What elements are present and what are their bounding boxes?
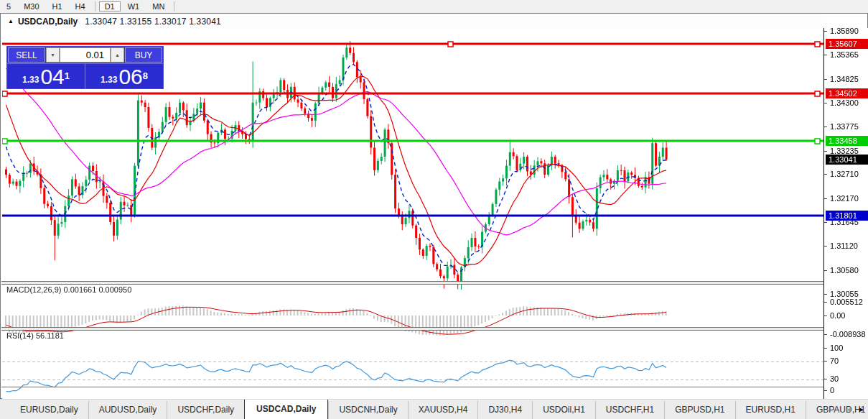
chart-title-bar: ▲ USDCAD,Daily 1.33047 1.33155 1.33017 1… — [1, 14, 822, 28]
chart-title-ohlc: 1.33047 1.33155 1.33017 1.33041 — [85, 17, 221, 27]
symbol-tab-usdchf-h1[interactable]: USDCHF,H1 — [595, 401, 664, 419]
symbol-tab-xauusd-h4[interactable]: XAUUSD,H4 — [408, 401, 478, 419]
scale-tick-mark — [824, 361, 827, 362]
price-tick-1.34300: 1.34300 — [830, 98, 859, 107]
symbol-tab-usdchf-daily[interactable]: USDCHF,Daily — [167, 401, 244, 419]
symbol-tab-usdcad-daily[interactable]: USDCAD,Daily — [244, 399, 328, 419]
scale-tick-mark — [824, 198, 827, 199]
volume-decrease-icon[interactable]: ▼ — [46, 47, 60, 63]
scale-tick-mark — [824, 55, 827, 55]
macd-tick-0.00: 0.00 — [830, 311, 845, 320]
symbol-tab-gbpusd-h1[interactable]: GBPUSD,H1 — [664, 401, 734, 419]
macd-tick-0.005512: 0.005512 — [830, 298, 863, 306]
price-tick-1.34825: 1.34825 — [830, 75, 859, 83]
chart-title-symbol: USDCAD,Daily — [18, 17, 78, 27]
price-tick-1.33775: 1.33775 — [830, 122, 859, 131]
scale-tick-mark — [824, 348, 827, 349]
sell-price-big: 04 — [40, 66, 64, 88]
symbol-tab-dj30-h4[interactable]: DJ30,H4 — [477, 401, 532, 419]
symbol-tab-bar: EURUSD,DailyAUDUSD,DailyUSDCHF,DailyUSDC… — [0, 399, 868, 419]
scale-tick-mark — [824, 151, 827, 152]
tab-scroll-left-icon[interactable]: ◄ — [845, 405, 852, 413]
scale-tick-mark — [824, 31, 827, 32]
symbol-tab-usdcnh-daily[interactable]: USDCNH,Daily — [328, 401, 407, 419]
buy-price-sup: 8 — [143, 64, 148, 88]
scale-tick-mark — [824, 294, 827, 295]
scale-tick-mark — [824, 103, 827, 103]
macd-label: MACD(12,26,9) 0.001661 0.000950 — [6, 285, 131, 294]
symbol-tab-eurusd-daily[interactable]: EURUSD,Daily — [10, 401, 88, 419]
price-chart-canvas[interactable] — [2, 41, 823, 400]
macd-panel-separator[interactable] — [1, 281, 868, 285]
price-tick-1.35365: 1.35365 — [830, 50, 859, 59]
rsi-panel-separator[interactable] — [1, 327, 868, 331]
one-click-trading-panel: SELL ▼ 0.01 ▲ BUY 1.33 04 1 1.33 06 8 — [6, 46, 164, 89]
scale-tick-mark — [824, 390, 827, 391]
sell-button[interactable]: SELL — [8, 47, 45, 63]
buy-button[interactable]: BUY — [125, 47, 162, 63]
timeframe-toolbar: 5M30H1H4D1W1MN — [0, 0, 868, 13]
price-scale: 1.358901.353651.348251.343001.337751.332… — [823, 28, 868, 400]
buy-price-display[interactable]: 1.33 06 8 — [85, 63, 163, 89]
volume-input[interactable]: 0.01 — [60, 47, 111, 63]
date-axis-line — [1, 387, 868, 387]
scale-tick-mark — [824, 222, 827, 223]
price-level-badge-1.33458: 1.33458 — [826, 136, 868, 146]
scale-tick-mark — [824, 246, 827, 247]
symbol-tab-eurusd-h1[interactable]: EURUSD,H1 — [735, 401, 806, 419]
buy-price-small: 1.33 — [101, 72, 117, 88]
symbol-tab-usdoil-h1[interactable]: USDOil,H1 — [532, 401, 595, 419]
price-level-badge-1.34502: 1.34502 — [826, 88, 868, 98]
scale-tick-mark — [824, 379, 827, 379]
collapse-icon[interactable]: ▲ — [8, 18, 14, 24]
timeframe-button-d1[interactable]: D1 — [99, 1, 121, 11]
sell-price-sup: 1 — [65, 64, 70, 88]
rsi-tick-100: 100 — [830, 344, 843, 352]
price-tick-1.30580: 1.30580 — [830, 266, 859, 275]
buy-price-big: 06 — [118, 66, 142, 88]
sell-price-display[interactable]: 1.33 04 1 — [7, 63, 85, 89]
symbol-tab-audusd-daily[interactable]: AUDUSD,Daily — [88, 401, 167, 419]
toolbar-separator — [174, 1, 174, 11]
scale-tick-mark — [824, 302, 827, 303]
rsi-tick-70: 70 — [830, 356, 839, 365]
price-level-badge-1.33041: 1.33041 — [826, 155, 868, 165]
timeframe-button-h1[interactable]: H1 — [47, 1, 68, 11]
trading-terminal: 5M30H1H4D1W1MN ▲ USDCAD,Daily 1.33047 1.… — [0, 0, 868, 419]
timeframe-button-h4[interactable]: H4 — [70, 1, 91, 11]
macd-tick--0.008938: -0.008938 — [830, 330, 866, 339]
tab-scroll-right-icon[interactable]: ► — [858, 405, 865, 413]
rsi-tick-0: 0 — [830, 386, 834, 395]
scale-tick-mark — [824, 79, 827, 80]
price-level-badge-1.31801: 1.31801 — [826, 211, 868, 221]
price-tick-1.32170: 1.32170 — [830, 194, 859, 203]
rsi-label: RSI(14) 56.1181 — [6, 331, 64, 340]
scale-tick-mark — [824, 316, 827, 316]
toolbar-separator — [95, 1, 95, 11]
chart-window: ▲ USDCAD,Daily 1.33047 1.33155 1.33017 1… — [0, 13, 868, 399]
scale-tick-mark — [824, 174, 827, 175]
scale-tick-mark — [824, 270, 827, 271]
price-level-badge-1.35607: 1.35607 — [826, 39, 868, 49]
sell-price-small: 1.33 — [22, 72, 39, 88]
timeframe-button-w1[interactable]: W1 — [122, 1, 146, 11]
price-tick-1.31120: 1.31120 — [830, 241, 858, 250]
timeframe-button-m30[interactable]: M30 — [18, 1, 45, 11]
scale-tick-mark — [824, 334, 827, 335]
timeframe-button-mn[interactable]: MN — [146, 1, 170, 11]
volume-increase-icon[interactable]: ▲ — [111, 47, 124, 63]
timeframe-button-5[interactable]: 5 — [1, 1, 17, 11]
rsi-tick-30: 30 — [830, 374, 839, 383]
price-tick-1.35890: 1.35890 — [830, 27, 859, 35]
scale-tick-mark — [824, 126, 827, 127]
price-tick-1.32710: 1.32710 — [830, 170, 859, 178]
